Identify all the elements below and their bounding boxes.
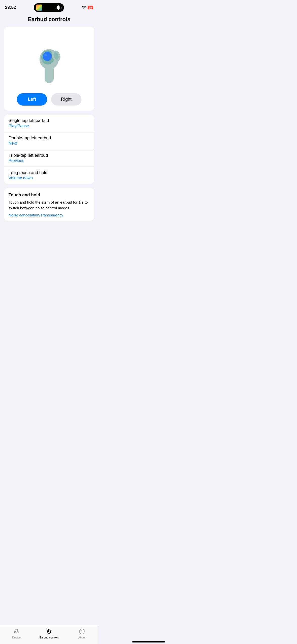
- svg-point-4: [44, 54, 47, 56]
- earbud-image-area: [9, 33, 89, 88]
- control-value: Play/Pause: [9, 124, 90, 128]
- soundwave-icon: [56, 5, 61, 10]
- info-card: Touch and hold Touch and hold the stem o…: [4, 188, 94, 221]
- control-row[interactable]: Double-tap left earbudNext: [4, 132, 94, 149]
- info-card-title: Touch and hold: [9, 192, 90, 198]
- right-earbud-button[interactable]: Right: [51, 93, 81, 106]
- dynamic-island: [34, 3, 64, 12]
- info-card-body: Touch and hold the stem of an earbud for…: [9, 200, 90, 211]
- status-right: 16: [82, 6, 93, 10]
- control-row[interactable]: Single tap left earbudPlay/Pause: [4, 115, 94, 132]
- controls-card: Single tap left earbudPlay/PauseDouble-t…: [4, 115, 94, 184]
- control-label: Double-tap left earbud: [9, 136, 90, 141]
- control-row[interactable]: Long touch and holdVolume down: [4, 167, 94, 184]
- control-label: Long touch and hold: [9, 170, 90, 175]
- control-value: Next: [9, 141, 90, 146]
- status-time: 23:52: [5, 5, 16, 10]
- control-label: Single tap left earbud: [9, 118, 90, 123]
- control-row[interactable]: Triple-tap left earbudPrevious: [4, 149, 94, 167]
- info-card-link[interactable]: Noise cancellation/Transparency: [9, 213, 90, 217]
- album-art-icon: [36, 5, 42, 11]
- control-value: Previous: [9, 158, 90, 163]
- wifi-icon: [82, 6, 86, 10]
- control-label: Triple-tap left earbud: [9, 153, 90, 158]
- earbud-card: Left Right: [4, 27, 94, 111]
- battery-badge: 16: [88, 6, 93, 9]
- page-title: Earbud controls: [0, 14, 98, 27]
- status-bar: 23:52 16: [0, 0, 98, 14]
- control-value: Volume down: [9, 176, 90, 180]
- status-center: [34, 3, 64, 12]
- earbud-illustration: [29, 35, 69, 86]
- left-earbud-button[interactable]: Left: [17, 93, 47, 106]
- battery-level: 16: [89, 6, 92, 9]
- svg-point-3: [43, 52, 52, 61]
- earbud-selector: Left Right: [9, 93, 89, 106]
